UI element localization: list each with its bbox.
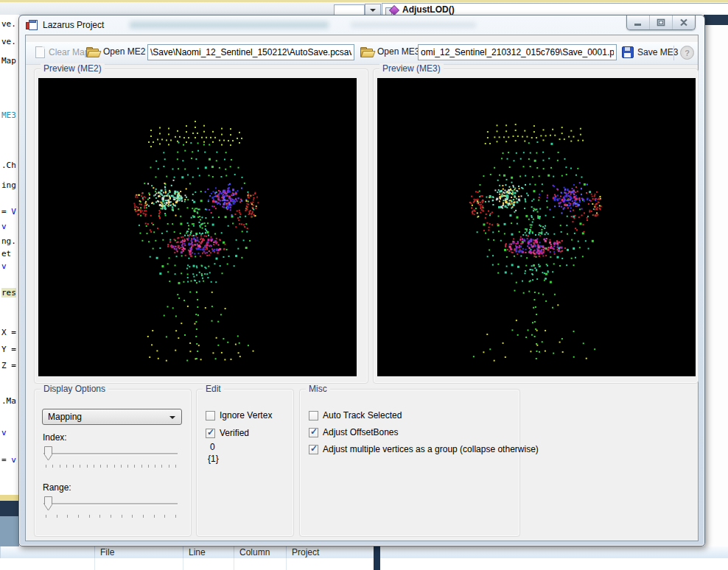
close-button[interactable]: [672, 15, 695, 29]
code-fragment: .Ma: [1, 396, 16, 406]
window-controls: [626, 15, 696, 30]
adjust-group-checkbox-row[interactable]: Adjust multiple vertices as a group (col…: [309, 444, 539, 454]
me2-path-input[interactable]: [147, 44, 354, 60]
member-combobox-value: AdjustLOD(): [402, 4, 455, 15]
preview-me2-label: Preview (ME2): [41, 63, 105, 74]
ignore-vertex-checkbox-row[interactable]: Ignore Vertex: [206, 410, 272, 421]
slider-tick: [122, 515, 122, 518]
checkbox-icon[interactable]: [206, 429, 215, 438]
misc-group: Misc Auto Track Selected Adjust OffsetBo…: [299, 389, 520, 537]
code-fragment: ng.: [1, 236, 16, 246]
minimize-button[interactable]: [627, 15, 649, 29]
table-header-line[interactable]: Line: [183, 546, 234, 558]
auto-track-checkbox-row[interactable]: Auto Track Selected: [309, 410, 402, 421]
code-fragment: Map: [1, 56, 16, 66]
new-document-icon: [35, 46, 45, 58]
slider-tick: [169, 465, 169, 468]
editor-highlight-stripe: [0, 495, 19, 501]
slider-tick: [134, 465, 135, 468]
editor-right-sliver: [704, 25, 728, 570]
checkbox-icon[interactable]: [309, 428, 318, 437]
ide-window-edge: [704, 15, 728, 25]
range-slider[interactable]: [42, 496, 179, 521]
slider-tick: [148, 465, 149, 468]
code-fragment: v: [1, 261, 7, 271]
slider-tick: [89, 515, 90, 518]
table-header-file[interactable]: File: [94, 546, 183, 558]
preview-me3-group: Preview (ME3): [373, 68, 699, 384]
table-header-project[interactable]: Project: [286, 546, 374, 558]
me2-preview-canvas[interactable]: [38, 78, 357, 376]
table-header-empty[interactable]: [0, 546, 94, 558]
preview-me2-group: Preview (ME2): [34, 68, 368, 384]
open-folder-icon: [86, 47, 99, 57]
title-bar[interactable]: Lazarus Project: [19, 15, 704, 35]
slider-tick: [46, 465, 46, 468]
display-options-label: Display Options: [41, 384, 108, 394]
misc-label: Misc: [306, 384, 330, 394]
screen: AdjustLOD() ve.ve.MapME3.Ching= Vvng.etv…: [0, 0, 728, 570]
ide-type-combobox[interactable]: [334, 4, 365, 15]
code-fragment: .Ch: [1, 161, 16, 170]
app-icon: [26, 20, 38, 31]
error-list-header: FileLineColumnProject: [0, 546, 728, 559]
slider-tick: [52, 465, 53, 468]
code-fragment: ing: [1, 180, 16, 190]
index-label: Index:: [43, 432, 67, 443]
table-grid-line: [183, 558, 183, 570]
adjust-offsetbones-checkbox-row[interactable]: Adjust OffsetBones: [309, 427, 399, 437]
maximize-icon: [657, 18, 665, 27]
slider-tick: [66, 465, 67, 468]
slider-track[interactable]: [43, 503, 178, 504]
checkbox-icon[interactable]: [309, 445, 318, 454]
open-me2-button[interactable]: Open ME2: [84, 45, 147, 58]
checkbox-icon[interactable]: [206, 411, 215, 421]
slider-ticks: [46, 515, 175, 518]
display-mode-combobox[interactable]: Mapping: [42, 409, 182, 425]
code-fragment: ve.: [1, 19, 16, 29]
slider-tick: [57, 515, 57, 518]
code-fragment: et: [1, 249, 11, 258]
slider-track[interactable]: [43, 453, 178, 454]
me3-preview-canvas[interactable]: [377, 78, 696, 376]
open-folder-icon: [360, 47, 374, 57]
glass-reflection: [351, 22, 476, 28]
ide-panel-stripe: [0, 516, 19, 546]
slider-tick: [143, 515, 144, 518]
help-button[interactable]: ?: [680, 46, 694, 60]
slider-thumb[interactable]: [44, 496, 52, 514]
ide-navigation-bar: AdjustLOD(): [0, 0, 728, 15]
slider-tick: [154, 515, 155, 518]
save-me3-button[interactable]: Save ME3: [620, 45, 680, 60]
code-fragment: v: [1, 222, 7, 231]
verified-checkbox-row[interactable]: Verified: [206, 428, 249, 438]
code-fragment: ve.: [1, 37, 16, 46]
slider-tick: [161, 465, 162, 468]
display-options-group: Display Options Mapping Index: Range:: [34, 389, 192, 537]
chevron-down-icon: [169, 416, 175, 419]
me3-path-input[interactable]: [418, 44, 617, 60]
code-fragment: = V: [1, 207, 16, 217]
code-fragment: res: [1, 288, 16, 298]
table-grid-line: [286, 558, 287, 570]
table-header-column[interactable]: Column: [234, 546, 286, 558]
slider-tick: [73, 465, 74, 468]
index-slider[interactable]: [42, 446, 179, 471]
error-list-rows[interactable]: [0, 558, 728, 570]
slider-tick: [164, 515, 165, 518]
checkbox-icon[interactable]: [309, 411, 318, 421]
slider-tick: [127, 465, 128, 468]
minimize-icon: [634, 19, 643, 27]
vertex-set-value: {1}: [208, 454, 219, 464]
slider-tick: [46, 515, 46, 518]
lazarus-project-window: Lazarus Project Clear Map: [18, 15, 705, 546]
ide-statusbar-stripe: [0, 501, 19, 516]
clear-map-button[interactable]: Clear Map: [33, 45, 91, 60]
slider-ticks: [46, 465, 175, 468]
slider-tick: [78, 515, 79, 518]
slider-thumb[interactable]: [44, 446, 52, 464]
code-fragment: Y =: [1, 345, 16, 354]
open-me3-button[interactable]: Open ME3: [358, 45, 421, 58]
maximize-button[interactable]: [649, 15, 672, 29]
save-icon: [622, 46, 634, 58]
